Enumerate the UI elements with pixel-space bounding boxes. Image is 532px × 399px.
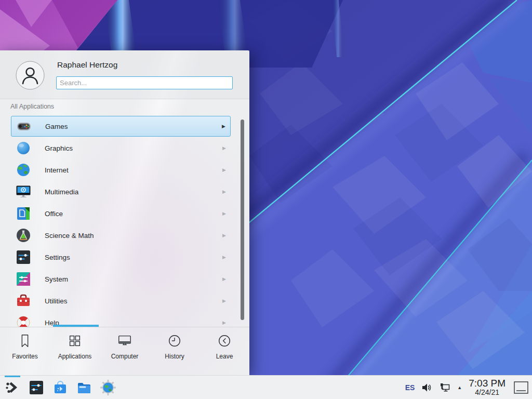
menu-item-label: Settings	[45, 254, 70, 261]
menu-item-internet[interactable]: Internet ▶	[11, 159, 231, 181]
konqueror-icon[interactable]	[100, 379, 116, 396]
menu-item-label: Science & Math	[45, 232, 94, 240]
settings-icon	[15, 249, 32, 265]
tab-computer[interactable]: Computer	[100, 327, 150, 375]
active-launcher-indicator	[5, 376, 20, 377]
submenu-arrow-icon: ▶	[222, 320, 226, 325]
tab-label: Favorites	[12, 353, 37, 360]
utilities-icon	[15, 292, 32, 309]
tab-label: History	[165, 353, 184, 360]
submenu-arrow-icon: ▶	[222, 255, 226, 260]
system-icon	[15, 271, 32, 287]
list-scrollbar[interactable]	[241, 119, 244, 320]
desktop: Raphael Hertzog All Applications Games ▶	[0, 0, 532, 399]
submenu-arrow-icon: ▶	[222, 189, 226, 194]
taskbar-launchers	[4, 379, 116, 396]
discover-icon[interactable]	[52, 379, 69, 396]
multimedia-icon	[15, 183, 32, 200]
office-icon	[15, 205, 32, 222]
dolphin-icon[interactable]	[76, 379, 92, 396]
tab-favorites[interactable]: Favorites	[0, 327, 50, 375]
submenu-arrow-icon: ▶	[222, 145, 226, 151]
menu-item-graphics[interactable]: Graphics ▶	[11, 137, 231, 159]
show-desktop-icon[interactable]	[513, 381, 529, 394]
submenu-arrow-icon: ▶	[222, 124, 225, 129]
clock-icon	[167, 333, 182, 349]
keyboard-layout-indicator[interactable]: ES	[405, 383, 415, 392]
menu-item-label: System	[45, 275, 68, 283]
tab-history[interactable]: History	[150, 327, 200, 375]
submenu-arrow-icon: ▶	[222, 233, 226, 238]
menu-item-label: Games	[45, 123, 68, 130]
active-tab-indicator	[53, 325, 99, 327]
application-launcher-popup: Raphael Hertzog All Applications Games ▶	[0, 50, 249, 375]
tab-applications[interactable]: Applications	[50, 327, 100, 375]
launcher-header: Raphael Hertzog	[0, 50, 249, 99]
science-icon	[15, 227, 32, 244]
menu-item-system[interactable]: System ▶	[11, 268, 231, 290]
leave-icon	[217, 333, 232, 349]
menu-item-label: Graphics	[45, 144, 73, 152]
menu-item-utilities[interactable]: Utilities ▶	[11, 290, 231, 312]
kickoff-launcher-icon[interactable]	[4, 379, 21, 396]
submenu-arrow-icon: ▶	[222, 298, 226, 303]
network-icon[interactable]	[438, 381, 451, 394]
user-avatar[interactable]	[16, 61, 45, 90]
submenu-arrow-icon: ▶	[222, 276, 226, 282]
menu-item-label: Multimedia	[45, 188, 78, 196]
menu-item-label: Internet	[45, 166, 69, 174]
menu-item-help[interactable]: Help ▶	[11, 312, 231, 327]
system-tray: ES ▲ 7:03 PM 4/24/21	[405, 378, 529, 396]
tab-label: Computer	[111, 353, 139, 360]
menu-item-label: Office	[45, 210, 63, 218]
header-divider	[0, 99, 249, 99]
bookmark-icon	[17, 333, 33, 349]
games-icon	[16, 118, 32, 135]
clock-date: 4/24/21	[475, 389, 499, 396]
menu-item-label: Utilities	[45, 297, 68, 305]
digital-clock[interactable]: 7:03 PM 4/24/21	[468, 378, 507, 396]
user-name: Raphael Hertzog	[57, 60, 117, 70]
help-icon	[15, 314, 32, 327]
menu-item-settings[interactable]: Settings ▶	[11, 246, 231, 268]
search-input[interactable]	[56, 76, 233, 89]
system-settings-icon[interactable]	[28, 379, 45, 396]
internet-icon	[15, 162, 32, 178]
submenu-arrow-icon: ▶	[222, 167, 226, 172]
tab-label: Leave	[216, 353, 233, 360]
app-grid-icon	[67, 333, 83, 349]
section-label: All Applications	[10, 103, 54, 110]
menu-item-multimedia[interactable]: Multimedia ▶	[11, 181, 231, 203]
application-category-list: Games ▶ Graphics ▶	[0, 115, 237, 327]
volume-icon[interactable]	[420, 381, 433, 394]
menu-item-science-math[interactable]: Science & Math ▶	[11, 224, 231, 246]
tab-label: Applications	[58, 353, 92, 360]
taskbar-panel: ES ▲ 7:03 PM 4/24/21	[0, 375, 532, 399]
menu-item-office[interactable]: Office ▶	[11, 203, 231, 224]
submenu-arrow-icon: ▶	[222, 211, 226, 216]
graphics-icon	[15, 140, 32, 156]
menu-item-games[interactable]: Games ▶	[11, 116, 231, 137]
tab-leave[interactable]: Leave	[200, 327, 249, 375]
launcher-tabbar: Favorites Applications Computer	[0, 327, 249, 375]
expand-tray-icon[interactable]: ▲	[457, 385, 462, 390]
monitor-icon	[117, 333, 132, 349]
clock-time: 7:03 PM	[469, 378, 506, 389]
